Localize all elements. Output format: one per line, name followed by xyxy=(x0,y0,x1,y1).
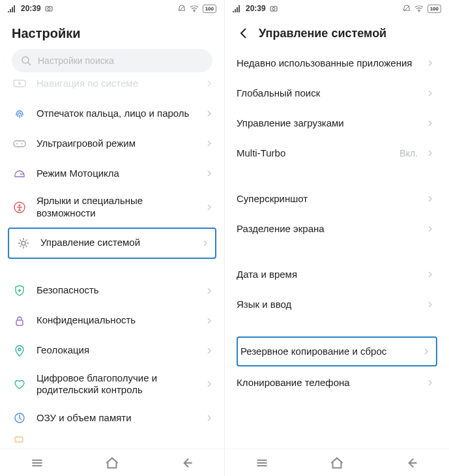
svg-point-13 xyxy=(22,241,25,245)
svg-point-7 xyxy=(18,82,21,85)
row-fingerprint[interactable]: Отпечаток пальца, лицо и пароль xyxy=(5,98,219,128)
battery-indicator: 100 xyxy=(203,5,216,13)
phone-left: 20:39 100 Настройки Настройки поиска xyxy=(0,0,224,476)
svg-rect-17 xyxy=(15,437,23,442)
row-wellbeing[interactable]: Цифровое благополучие и родительский кон… xyxy=(5,366,219,404)
accessibility-icon xyxy=(12,200,27,215)
nav-back-button[interactable] xyxy=(179,454,196,471)
chevron-right-icon xyxy=(423,348,429,355)
page-header: Настройки xyxy=(0,17,224,49)
row-multiturbo[interactable]: Multi-Turbo Вкл. xyxy=(234,138,440,168)
chevron-right-icon xyxy=(427,90,433,97)
row-label: Multi-Turbo xyxy=(237,147,390,160)
nav-bar xyxy=(0,449,224,476)
search-input[interactable]: Настройки поиска xyxy=(12,49,212,72)
settings-list: Навигация по системе Отпечаток пальца, л… xyxy=(0,78,224,449)
row-downloads[interactable]: Управление загрузками xyxy=(234,108,440,138)
helmet-icon xyxy=(12,166,27,181)
nav-menu-button[interactable] xyxy=(253,454,270,471)
row-security[interactable]: Безопасность xyxy=(5,276,219,306)
row-datetime[interactable]: Дата и время xyxy=(234,260,440,290)
svg-point-12 xyxy=(19,204,21,206)
row-location[interactable]: Геолокация xyxy=(5,336,219,366)
svg-point-10 xyxy=(22,143,23,145)
chevron-right-icon xyxy=(206,140,212,147)
row-system-management[interactable]: Управление системой xyxy=(8,228,216,259)
row-label: Глобальный поиск xyxy=(237,87,418,100)
signal-icon xyxy=(8,5,17,12)
nav-home-button[interactable] xyxy=(328,454,345,471)
search-placeholder: Настройки поиска xyxy=(38,55,114,66)
row-moto[interactable]: Режим Мотоцикла xyxy=(5,158,219,188)
gear-icon xyxy=(16,235,31,251)
chevron-right-icon xyxy=(206,318,212,324)
row-backup-reset[interactable]: Резервное копирование и сброс xyxy=(237,336,437,366)
svg-line-5 xyxy=(28,63,31,65)
chevron-right-icon xyxy=(206,381,212,387)
signal-icon xyxy=(233,5,242,12)
chevron-right-icon xyxy=(206,415,212,421)
search-icon xyxy=(21,55,31,66)
row-cut[interactable] xyxy=(5,433,219,446)
chevron-right-icon xyxy=(427,120,433,126)
status-bar: 20:39 100 xyxy=(0,0,224,17)
svg-point-9 xyxy=(16,143,18,145)
row-nav-system[interactable]: Навигация по системе xyxy=(5,78,219,98)
back-button[interactable] xyxy=(237,26,251,40)
nav-icon xyxy=(12,78,27,91)
chevron-right-icon xyxy=(206,110,212,117)
fingerprint-icon xyxy=(12,106,27,121)
row-label: Управление системой xyxy=(40,237,193,249)
page-header: Управление системой xyxy=(225,17,449,48)
row-superscreenshot[interactable]: Суперскриншот xyxy=(234,184,440,214)
phone-right: 20:39 100 Управление системой Недавно ис… xyxy=(224,0,449,476)
nav-menu-button[interactable] xyxy=(29,454,46,471)
row-value: Вкл. xyxy=(399,148,418,158)
chevron-right-icon xyxy=(427,60,433,67)
status-time: 20:39 xyxy=(246,4,266,13)
svg-rect-14 xyxy=(16,320,23,325)
row-label: Суперскриншот xyxy=(237,193,418,205)
row-label: Навигация по системе xyxy=(36,78,197,89)
row-recent-apps[interactable]: Недавно использованные приложения xyxy=(234,48,440,78)
svg-point-21 xyxy=(418,11,420,12)
row-clone[interactable]: Клонирование телефона xyxy=(234,368,440,398)
row-label: Клонирование телефона xyxy=(237,377,418,389)
nav-home-button[interactable] xyxy=(104,454,121,471)
row-privacy[interactable]: Конфиденциальность xyxy=(5,306,219,336)
chevron-right-icon xyxy=(427,196,433,202)
svg-point-1 xyxy=(48,8,50,10)
row-label: Безопасность xyxy=(36,284,197,297)
row-label: Цифровое благополучие и родительский кон… xyxy=(36,372,197,397)
row-label: Дата и время xyxy=(237,269,418,281)
lock-icon xyxy=(12,313,27,329)
status-time: 20:39 xyxy=(21,4,41,13)
svg-rect-8 xyxy=(14,141,25,147)
dnd-icon xyxy=(178,5,186,12)
chevron-right-icon xyxy=(206,170,212,177)
row-ram[interactable]: ОЗУ и объем памяти xyxy=(5,403,219,433)
chevron-right-icon xyxy=(202,240,209,246)
gamepad-icon xyxy=(12,136,27,151)
chevron-right-icon xyxy=(206,288,212,294)
row-lang[interactable]: Язык и ввод xyxy=(234,290,440,320)
dnd-icon xyxy=(403,5,411,12)
svg-point-19 xyxy=(272,8,275,10)
row-label: ОЗУ и объем памяти xyxy=(36,412,197,424)
svg-point-15 xyxy=(18,348,21,351)
memory-icon xyxy=(12,410,27,426)
row-ultra-game[interactable]: Ультраигровой режим xyxy=(5,128,219,158)
row-splitscreen[interactable]: Разделение экрана xyxy=(234,214,440,244)
heart-icon xyxy=(12,376,27,392)
nav-back-button[interactable] xyxy=(403,454,420,471)
shield-icon xyxy=(12,283,27,299)
row-label: Язык и ввод xyxy=(237,299,418,311)
row-label: Разделение экрана xyxy=(237,223,418,235)
chevron-right-icon xyxy=(206,80,212,87)
row-global-search[interactable]: Глобальный поиск xyxy=(234,78,440,108)
row-shortcuts[interactable]: Ярлыки и специальные возможности xyxy=(5,188,219,226)
wifi-icon xyxy=(190,5,199,12)
row-label: Ультраигровой режим xyxy=(36,138,197,150)
battery-indicator: 100 xyxy=(427,5,441,13)
row-label: Конфиденциальность xyxy=(36,314,197,327)
